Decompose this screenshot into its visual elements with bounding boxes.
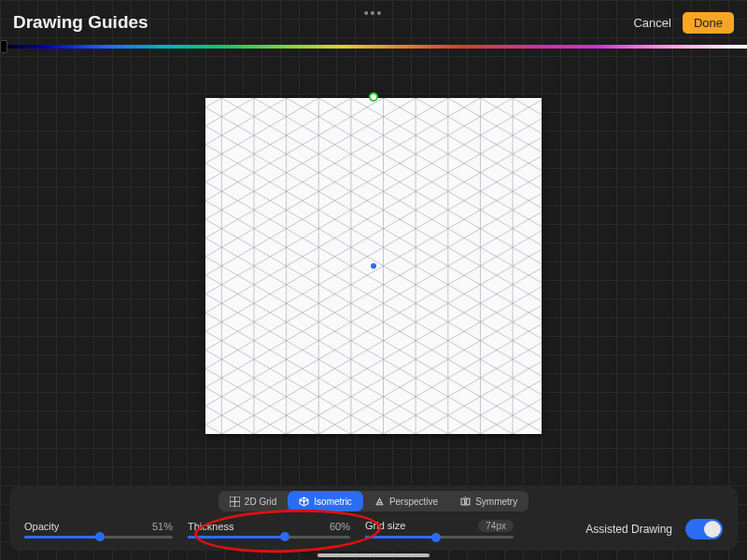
tab-perspective[interactable]: Perspective [363,491,449,511]
header-bar: Drawing Guides Cancel Done [0,0,747,45]
grid-icon [230,497,240,507]
guide-type-segmented: 2D Grid Isometric Perspective Symmetry [218,491,529,511]
canvas-area [0,50,747,482]
gridsize-slider-knob[interactable] [431,533,441,542]
guide-color-hue-handle[interactable] [0,40,7,53]
thickness-label: Thickness [188,521,234,532]
tab-label: 2D Grid [245,497,276,507]
done-button[interactable]: Done [683,12,734,34]
tab-label: Symmetry [475,497,517,507]
thickness-value: 60% [330,521,350,532]
opacity-label: Opacity [24,521,59,532]
tab-symmetry[interactable]: Symmetry [449,491,529,511]
symmetry-icon [460,497,471,507]
canvas-rotate-handle[interactable] [369,92,378,102]
gridsize-label: Grid size [365,520,405,532]
guide-color-hue-slider[interactable] [0,45,747,49]
assisted-drawing-toggle[interactable] [685,519,723,539]
svg-rect-4 [467,498,470,505]
thickness-slider-knob[interactable] [280,532,289,541]
tab-2d-grid[interactable]: 2D Grid [218,491,288,511]
bottom-controls-panel: 2D Grid Isometric Perspective Symmetry [9,485,738,551]
gridsize-slider[interactable] [365,536,514,539]
toggle-knob [704,521,721,538]
opacity-slider-knob[interactable] [95,532,105,541]
canvas-center-handle[interactable] [371,263,376,269]
page-title: Drawing Guides [13,12,148,33]
opacity-value: 51% [152,521,173,532]
opacity-slider-block: Opacity 51% [24,521,188,539]
canvas[interactable] [205,98,542,434]
perspective-icon [374,497,385,507]
thickness-slider-block: Thickness 60% [188,521,365,539]
cancel-button[interactable]: Cancel [633,16,670,30]
assisted-drawing-control: Assisted Drawing [585,519,723,539]
tab-label: Isometric [314,497,352,507]
opacity-slider[interactable] [24,536,173,539]
svg-rect-3 [461,498,464,505]
tab-isometric[interactable]: Isometric [288,491,363,511]
gridsize-slider-block: Grid size 74px [365,520,529,539]
home-indicator [317,553,430,557]
assisted-drawing-label: Assisted Drawing [585,523,672,536]
thickness-slider[interactable] [188,536,350,539]
gridsize-value[interactable]: 74px [478,520,514,532]
cube-icon [299,497,309,507]
tab-label: Perspective [389,497,438,507]
